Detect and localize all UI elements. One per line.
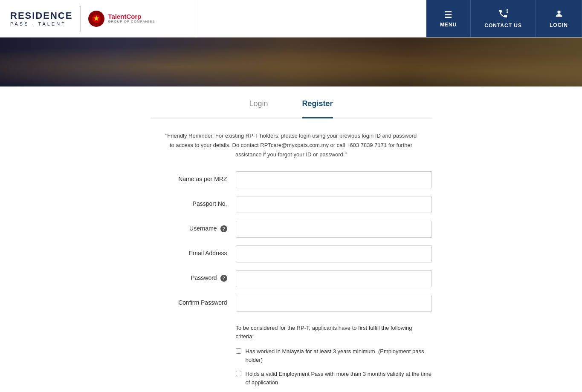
- logo-sub: PASS · TALENT: [10, 21, 72, 26]
- logo-title: RESIDENCE: [10, 11, 72, 21]
- password-row: Password ?: [151, 270, 432, 287]
- talentcorp-badge: [88, 11, 104, 27]
- confirm-password-label: Confirm Password: [151, 295, 236, 306]
- logo-divider: [80, 6, 81, 32]
- email-row: Email Address: [151, 245, 432, 262]
- nav-buttons: ☰ MENU CONTACT US LOGIN: [426, 0, 582, 37]
- password-input[interactable]: [236, 270, 432, 287]
- criteria-text-1: Has worked in Malaysia for at least 3 ye…: [246, 347, 432, 364]
- register-form: Name as per MRZ Passport No. Username ?: [151, 171, 432, 392]
- password-label: Password ?: [151, 270, 236, 282]
- passport-no-row: Passport No.: [151, 196, 432, 213]
- username-label: Username ?: [151, 221, 236, 232]
- contact-us-button[interactable]: CONTACT US: [471, 0, 536, 37]
- contact-us-label: CONTACT US: [484, 23, 522, 29]
- criteria-title: To be considered for the RP-T, applicant…: [236, 324, 432, 340]
- password-help-icon[interactable]: ?: [220, 275, 227, 282]
- talentcorp-name-block: TalentCorp GROUP OF COMPANIES: [108, 13, 155, 24]
- passport-no-input[interactable]: [236, 196, 432, 213]
- confirm-password-input[interactable]: [236, 295, 432, 312]
- main-content: Login Register "Friendly Reminder. For e…: [0, 86, 582, 392]
- criteria-item-1: Has worked in Malaysia for at least 3 ye…: [236, 347, 432, 364]
- user-icon: [554, 9, 564, 20]
- reminder-box: "Friendly Reminder. For existing RP-T ho…: [151, 131, 432, 159]
- confirm-password-row: Confirm Password: [151, 295, 432, 312]
- phone-icon: [498, 9, 508, 21]
- talentcorp-logo: TalentCorp GROUP OF COMPANIES: [88, 11, 155, 27]
- menu-icon: ☰: [444, 10, 452, 20]
- criteria-checkbox-2[interactable]: [236, 371, 241, 376]
- tab-bar: Login Register: [151, 99, 432, 118]
- email-input[interactable]: [236, 245, 432, 262]
- name-mrz-label: Name as per MRZ: [151, 171, 236, 182]
- name-mrz-row: Name as per MRZ: [151, 171, 432, 188]
- criteria-checkbox-1[interactable]: [236, 348, 241, 354]
- login-nav-label: LOGIN: [550, 22, 568, 28]
- talentcorp-group-label: GROUP OF COMPANIES: [108, 20, 155, 24]
- passport-no-label: Passport No.: [151, 196, 236, 207]
- talentcorp-label: TalentCorp: [108, 13, 155, 20]
- criteria-section: To be considered for the RP-T, applicant…: [236, 320, 432, 392]
- username-row: Username ?: [151, 221, 432, 238]
- name-mrz-input[interactable]: [236, 171, 432, 188]
- email-label: Email Address: [151, 245, 236, 257]
- login-button[interactable]: LOGIN: [536, 0, 582, 37]
- header: RESIDENCE PASS · TALENT TalentCorp GROUP…: [0, 0, 582, 37]
- criteria-item-2: Holds a valid Employment Pass with more …: [236, 370, 432, 386]
- username-help-icon[interactable]: ?: [220, 225, 227, 232]
- menu-button[interactable]: ☰ MENU: [426, 0, 471, 37]
- logo-text: RESIDENCE PASS · TALENT: [10, 11, 72, 26]
- criteria-text-2: Holds a valid Employment Pass with more …: [246, 370, 432, 386]
- username-input[interactable]: [236, 221, 432, 238]
- tab-login[interactable]: Login: [249, 99, 268, 112]
- hero-banner: [0, 37, 582, 86]
- form-container: Login Register "Friendly Reminder. For e…: [142, 86, 440, 392]
- menu-label: MENU: [440, 22, 457, 28]
- tab-register[interactable]: Register: [302, 99, 333, 118]
- svg-point-2: [557, 11, 560, 14]
- logo-section: RESIDENCE PASS · TALENT TalentCorp GROUP…: [0, 0, 196, 37]
- reminder-text: "Friendly Reminder. For existing RP-T ho…: [165, 133, 417, 158]
- malaysia-crest-icon: [91, 14, 101, 24]
